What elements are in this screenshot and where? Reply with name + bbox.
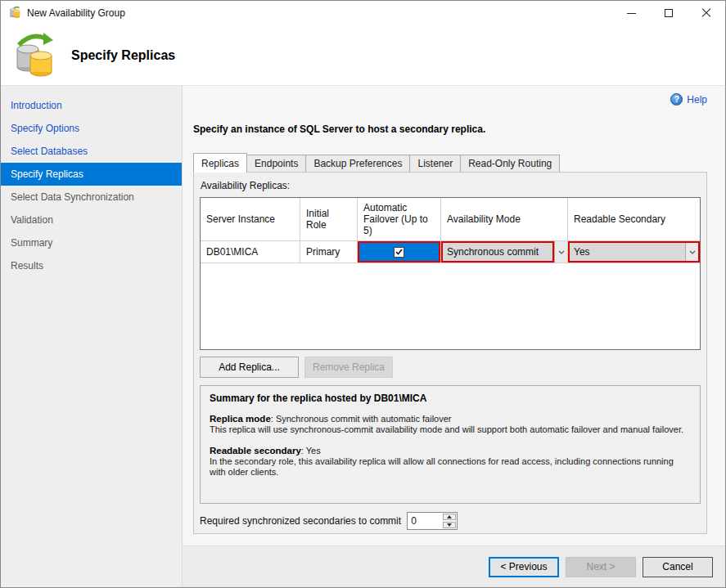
readable-secondary-description: In the secondary role, this availability… xyxy=(210,456,691,478)
required-secondaries-label: Required synchronized secondaries to com… xyxy=(200,515,401,527)
sidebar-item-select-databases[interactable]: Select Databases xyxy=(1,140,182,163)
availability-mode-dropdown[interactable]: Synchronous commit xyxy=(441,241,554,263)
close-button[interactable] xyxy=(688,1,725,25)
readable-secondary-dropdown-button[interactable] xyxy=(685,243,698,261)
readable-secondary-dropdown[interactable]: Yes xyxy=(568,241,700,263)
replicas-database-icon xyxy=(9,29,56,81)
wizard-steps-sidebar: Introduction Specify Options Select Data… xyxy=(1,86,183,587)
instruction-text: Specify an instance of SQL Server to hos… xyxy=(193,123,707,135)
sidebar-item-specify-replicas[interactable]: Specify Replicas xyxy=(1,163,182,186)
required-secondaries-value[interactable]: 0 xyxy=(408,513,442,529)
column-header-readable-secondary: Readable Secondary xyxy=(568,198,700,240)
arrow-up-icon xyxy=(447,515,452,518)
content-area: Specify an instance of SQL Server to hos… xyxy=(183,86,725,545)
sidebar-item-results[interactable]: Results xyxy=(1,254,182,277)
wizard-header: Specify Replicas xyxy=(1,25,725,86)
page-title: Specify Replicas xyxy=(71,48,175,63)
wizard-footer: < Previous Next > Cancel xyxy=(183,545,725,587)
column-header-initial-role: Initial Role xyxy=(300,198,358,240)
help-link[interactable]: ? Help xyxy=(670,93,707,105)
replica-mode-description: This replica will use synchronous-commit… xyxy=(210,424,691,435)
tab-read-only-routing[interactable]: Read-Only Routing xyxy=(460,155,560,172)
cell-initial-role: Primary xyxy=(300,241,358,263)
previous-button[interactable]: < Previous xyxy=(489,557,559,577)
column-header-availability-mode: Availability Mode xyxy=(441,198,568,240)
checkbox-checked-icon xyxy=(394,247,404,258)
tab-backup-preferences[interactable]: Backup Preferences xyxy=(305,155,410,172)
cell-readable-secondary: Yes xyxy=(568,241,700,263)
availability-replicas-grid: Server Instance Initial Role Automatic F… xyxy=(200,197,701,350)
title-bar: New Availability Group xyxy=(1,1,725,25)
grid-header-row: Server Instance Initial Role Automatic F… xyxy=(201,198,700,241)
app-icon xyxy=(8,6,21,21)
availability-mode-dropdown-button[interactable] xyxy=(554,241,567,263)
availability-replicas-label: Availability Replicas: xyxy=(201,180,701,191)
readable-secondary-label: Readable secondary xyxy=(210,446,301,456)
replica-mode-label: Replica mode xyxy=(210,414,271,424)
minimize-button[interactable] xyxy=(612,1,650,25)
next-button[interactable]: Next > xyxy=(566,557,636,577)
column-header-server-instance: Server Instance xyxy=(201,198,300,240)
sidebar-item-summary[interactable]: Summary xyxy=(1,231,182,254)
sidebar-item-select-data-sync[interactable]: Select Data Synchronization xyxy=(1,186,182,209)
replicas-tab-panel: Availability Replicas: Server Instance I… xyxy=(193,172,707,534)
sidebar-item-introduction[interactable]: Introduction xyxy=(1,94,182,117)
chevron-down-icon xyxy=(558,250,565,254)
maximize-icon xyxy=(665,9,673,17)
grid-empty-area xyxy=(201,263,700,349)
summary-title: Summary for the replica hosted by DB01\M… xyxy=(210,393,691,404)
sidebar-item-validation[interactable]: Validation xyxy=(1,209,182,231)
tab-strip: Replicas Endpoints Backup Preferences Li… xyxy=(193,153,707,172)
remove-replica-button[interactable]: Remove Replica xyxy=(304,357,393,378)
help-icon: ? xyxy=(670,93,683,105)
column-header-automatic-failover: Automatic Failover (Up to 5) xyxy=(358,198,441,240)
readable-secondary-value: Yes xyxy=(574,246,590,258)
spinner-down-button[interactable] xyxy=(443,522,456,528)
tab-replicas[interactable]: Replicas xyxy=(193,153,247,173)
close-icon xyxy=(701,8,711,18)
main-pane: ? Help Specify an instance of SQL Server… xyxy=(183,86,725,587)
window-title: New Availability Group xyxy=(27,7,125,19)
replica-summary-box: Summary for the replica hosted by DB01\M… xyxy=(200,385,701,504)
replica-mode-value: : Synchronous commit with automatic fail… xyxy=(271,414,452,424)
tab-listener[interactable]: Listener xyxy=(409,155,461,172)
availability-mode-value: Synchronous commit xyxy=(447,246,539,258)
help-label: Help xyxy=(687,94,707,105)
readable-secondary-summary-value: : Yes xyxy=(301,446,321,456)
sidebar-item-specify-options[interactable]: Specify Options xyxy=(1,117,182,140)
cell-server-instance: DB01\MICA xyxy=(201,241,300,263)
wizard-window: New Availability Group xyxy=(0,0,726,588)
automatic-failover-checkbox[interactable] xyxy=(358,241,440,263)
arrow-down-icon xyxy=(447,523,452,527)
required-secondaries-spinner[interactable]: 0 xyxy=(407,512,458,530)
chevron-down-icon xyxy=(689,250,696,254)
cell-availability-mode: Synchronous commit xyxy=(441,241,568,263)
minimize-icon xyxy=(627,13,636,14)
replica-row: DB01\MICA Primary xyxy=(201,241,700,263)
cell-automatic-failover xyxy=(358,241,441,263)
spinner-up-button[interactable] xyxy=(443,514,456,520)
add-replica-button[interactable]: Add Replica... xyxy=(200,357,299,378)
tab-endpoints[interactable]: Endpoints xyxy=(246,155,306,172)
cancel-button[interactable]: Cancel xyxy=(643,557,713,577)
window-controls xyxy=(612,1,725,25)
maximize-button[interactable] xyxy=(650,1,688,25)
